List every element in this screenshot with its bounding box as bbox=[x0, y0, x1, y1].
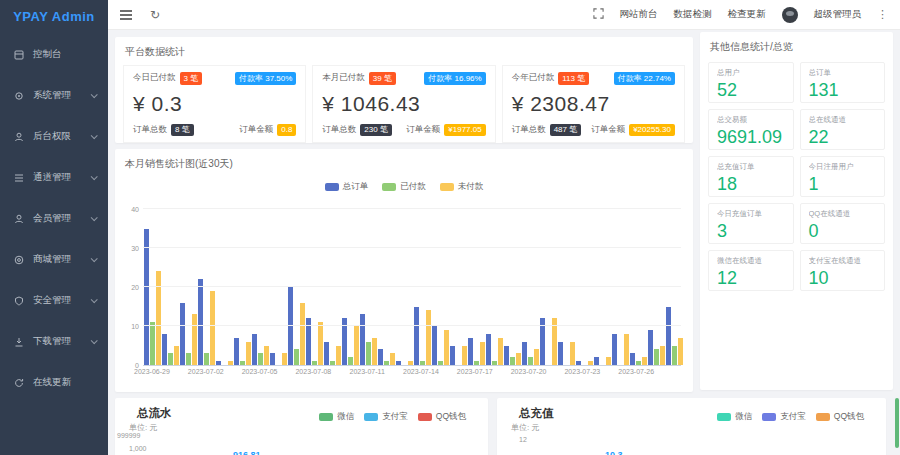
bar-未付款 bbox=[534, 349, 539, 365]
y-axis-tick: 30 bbox=[131, 245, 139, 252]
bar-已付款 bbox=[654, 349, 659, 365]
topbar-link-site-front[interactable]: 网站前台 bbox=[620, 8, 658, 21]
legend-item-unpaid[interactable]: 未付款 bbox=[440, 181, 484, 193]
sidebar-item-members[interactable]: 会员管理 bbox=[0, 198, 108, 239]
overview-label: 总用户 bbox=[717, 68, 785, 78]
bar-未付款 bbox=[426, 310, 431, 365]
bar-总订单 bbox=[234, 338, 239, 365]
bar-group bbox=[557, 209, 575, 365]
bar-总订单 bbox=[162, 334, 167, 365]
bar-总订单 bbox=[360, 314, 365, 365]
legend-label: 总订单 bbox=[343, 181, 369, 193]
sidebar-item-dashboard[interactable]: 控制台 bbox=[0, 34, 108, 75]
legend-label: 微信 bbox=[735, 411, 752, 423]
bar-总订单 bbox=[270, 353, 275, 365]
bar-group bbox=[395, 209, 413, 365]
refresh-icon[interactable]: ↻ bbox=[150, 9, 160, 21]
total-recharge-panel: 总充值 单位: 元 微信 支付宝 QQ钱包 12 10.3 bbox=[497, 398, 886, 455]
chevron-down-icon bbox=[91, 296, 98, 303]
bar-未付款 bbox=[408, 361, 413, 365]
chevron-down-icon bbox=[91, 91, 98, 98]
legend-item-total-orders[interactable]: 总订单 bbox=[325, 181, 369, 193]
legend-item-qq-wallet[interactable]: QQ钱包 bbox=[816, 411, 864, 423]
y-axis-tick: 999999 bbox=[117, 432, 140, 439]
legend-item-paid[interactable]: 已付款 bbox=[382, 181, 426, 193]
panel-title: 平台数据统计 bbox=[115, 37, 693, 65]
bar-已付款 bbox=[474, 361, 479, 365]
sidebar-item-channels[interactable]: 通道管理 bbox=[0, 157, 108, 198]
channel-icon bbox=[14, 172, 26, 183]
bar-已付款 bbox=[420, 361, 425, 365]
y-axis-tick: 20 bbox=[131, 284, 139, 291]
sidebar-item-permissions[interactable]: 后台权限 bbox=[0, 116, 108, 157]
topbar-link-data-check[interactable]: 数据检测 bbox=[674, 8, 712, 21]
stat-card-year: 今年已付款 113 笔 付款率 22.74% ¥ 2308.47 订单总数 48… bbox=[502, 65, 685, 143]
legend-item-alipay[interactable]: 支付宝 bbox=[762, 411, 806, 423]
bar-总订单 bbox=[468, 338, 473, 365]
overview-value: 12 bbox=[717, 268, 785, 289]
overview-label: 今日注册用户 bbox=[809, 162, 877, 172]
bar-未付款 bbox=[282, 353, 287, 365]
more-menu-icon[interactable]: ⋮ bbox=[877, 8, 888, 21]
bar-未付款 bbox=[660, 346, 665, 366]
bar-group bbox=[305, 209, 323, 365]
bar-已付款 bbox=[150, 322, 155, 365]
overview-box-today-recharge: 今日充值订单 3 bbox=[708, 203, 794, 244]
orders-label: 订单总数 bbox=[512, 124, 546, 136]
sidebar-item-system[interactable]: 系统管理 bbox=[0, 75, 108, 116]
legend-item-wechat[interactable]: 微信 bbox=[319, 411, 354, 423]
download-icon bbox=[14, 336, 26, 347]
stat-card-month: 本月已付款 39 笔 付款率 16.96% ¥ 1046.43 订单总数 230… bbox=[312, 65, 495, 143]
bar-已付款 bbox=[186, 353, 191, 365]
refresh-icon bbox=[14, 377, 26, 388]
unit-label: 单位: 元 bbox=[497, 422, 886, 433]
bar-未付款 bbox=[480, 342, 485, 365]
bar-总订单 bbox=[612, 334, 617, 365]
legend-item-wechat[interactable]: 微信 bbox=[717, 411, 752, 423]
bar-总订单 bbox=[432, 326, 437, 365]
orders-count-badge: 487 笔 bbox=[550, 124, 582, 137]
fullscreen-icon[interactable] bbox=[593, 8, 604, 21]
overview-label: 支付宝在线通道 bbox=[809, 256, 877, 266]
sidebar-item-update[interactable]: 在线更新 bbox=[0, 362, 108, 403]
bar-未付款 bbox=[390, 353, 395, 365]
orders-count-badge: 230 笔 bbox=[360, 124, 392, 137]
dashboard-icon bbox=[14, 49, 26, 60]
bar-总订单 bbox=[180, 303, 185, 365]
bar-总订单 bbox=[396, 361, 401, 365]
legend-item-qq-wallet[interactable]: QQ钱包 bbox=[418, 411, 466, 423]
bar-已付款 bbox=[294, 349, 299, 365]
bar-group bbox=[503, 209, 521, 365]
x-axis-tick: 2023-07-23 bbox=[564, 368, 600, 375]
legend-swatch bbox=[382, 183, 396, 191]
bar-总订单 bbox=[504, 346, 509, 366]
legend-item-alipay[interactable]: 支付宝 bbox=[364, 411, 408, 423]
overview-box-total-orders: 总订单 131 bbox=[800, 62, 886, 103]
sidebar-item-mall[interactable]: 商城管理 bbox=[0, 239, 108, 280]
x-axis-tick: 2023-07-08 bbox=[295, 368, 331, 375]
paid-amount: ¥ 0.3 bbox=[133, 92, 296, 116]
avatar[interactable] bbox=[782, 7, 798, 23]
y-axis-tick: 40 bbox=[131, 206, 139, 213]
menu-toggle-icon[interactable] bbox=[120, 14, 132, 16]
chart-legend: 微信 支付宝 QQ钱包 bbox=[319, 411, 466, 423]
bar-已付款 bbox=[312, 361, 317, 365]
pay-rate-badge: 付款率 16.96% bbox=[424, 72, 485, 85]
chevron-down-icon bbox=[91, 337, 98, 344]
bar-group bbox=[647, 209, 665, 365]
topbar-link-check-update[interactable]: 检查更新 bbox=[728, 8, 766, 21]
bar-总订单 bbox=[630, 353, 635, 365]
bar-总订单 bbox=[576, 361, 581, 365]
pay-rate-badge: 付款率 37.50% bbox=[235, 72, 296, 85]
sidebar-item-security[interactable]: 安全管理 bbox=[0, 280, 108, 321]
username[interactable]: 超级管理员 bbox=[814, 8, 862, 21]
sidebar-item-download[interactable]: 下载管理 bbox=[0, 321, 108, 362]
y-axis-tick: 12 bbox=[519, 436, 527, 443]
bar-group bbox=[197, 209, 215, 365]
bar-group bbox=[575, 209, 593, 365]
overview-label: 总充值订单 bbox=[717, 162, 785, 172]
scrollbar-thumb[interactable] bbox=[895, 398, 899, 448]
count-badge: 39 笔 bbox=[369, 72, 396, 85]
overview-value: 52 bbox=[717, 80, 785, 101]
x-axis-tick: 2023-07-20 bbox=[511, 368, 547, 375]
